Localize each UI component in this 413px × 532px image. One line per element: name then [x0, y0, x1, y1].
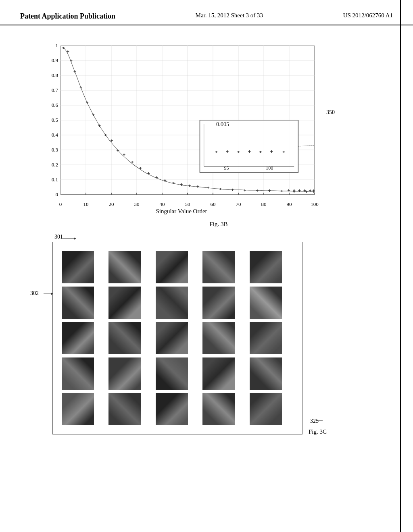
- chart-section-3b: 1 0.9 0.8 0.7 0.6 0.5 0.4 0.3 0.2 0.1 0: [20, 42, 393, 228]
- y-label-0: 0: [56, 191, 58, 198]
- svg-rect-104: [200, 120, 298, 172]
- arrow-302: [44, 291, 56, 297]
- grid-cell-r2c5: [250, 287, 282, 319]
- x-label-100: 100: [311, 201, 319, 208]
- svg-text:0.005: 0.005: [216, 121, 229, 127]
- x-label-60: 60: [211, 201, 216, 208]
- x-axis-title: Singular Value Order: [156, 208, 207, 215]
- arrow-325: [317, 418, 327, 423]
- x-label-0: 0: [59, 201, 62, 208]
- grid-cell-r3c1: [62, 322, 94, 354]
- y-label-03: 0.3: [52, 147, 58, 153]
- grid-cell-r4c4: [202, 357, 235, 390]
- y-label-08: 0.8: [52, 72, 58, 79]
- grid-cell-r5c3: [156, 393, 188, 425]
- grid-cell-r1c4: [202, 251, 235, 283]
- x-label-10: 10: [83, 201, 89, 208]
- page-header: Patent Application Publication Mar. 15, …: [0, 0, 413, 25]
- grid-cell-r3c4: [202, 322, 235, 354]
- grid-cell-r4c5: [250, 357, 282, 390]
- x-label-70: 70: [236, 201, 241, 208]
- y-label-01: 0.1: [52, 177, 58, 183]
- grid-cell-r3c2: [108, 322, 141, 354]
- svg-text:100: 100: [266, 165, 273, 171]
- fig-3c-caption: Fig. 3C: [309, 428, 327, 435]
- annotation-301: 301: [54, 234, 63, 240]
- y-label-04: 0.4: [52, 132, 58, 138]
- svg-text:95: 95: [224, 165, 229, 171]
- y-label-06: 0.6: [52, 102, 58, 108]
- grid-cell-r1c5: [250, 251, 282, 283]
- grid-cell-r5c2: [108, 393, 141, 425]
- qr-grid: [57, 246, 298, 430]
- grid-cell-r5c5: [250, 393, 282, 425]
- x-label-20: 20: [109, 201, 114, 208]
- svg-marker-128: [51, 293, 53, 295]
- x-label-30: 30: [134, 201, 140, 208]
- fig-3b-caption: Fig. 3B: [44, 221, 393, 228]
- grid-cell-r3c5: [250, 322, 282, 354]
- y-label-09: 0.9: [52, 57, 58, 64]
- chart-svg: 0.005 95 100: [60, 46, 315, 195]
- grid-wrapper: 301 302: [52, 242, 302, 434]
- y-axis-labels: 1 0.9 0.8 0.7 0.6 0.5 0.4 0.3 0.2 0.1 0: [44, 46, 60, 195]
- grid-cell-r1c2: [108, 251, 141, 283]
- grid-cell-r1c1: [62, 251, 94, 283]
- grid-cell-r4c3: [156, 357, 188, 390]
- y-label-02: 0.2: [52, 162, 58, 168]
- arrow-301: [63, 235, 79, 243]
- main-content: 1 0.9 0.8 0.7 0.6 0.5 0.4 0.3 0.2 0.1 0: [0, 25, 413, 443]
- grid-cell-r5c4: [202, 393, 235, 425]
- svg-line-124: [298, 145, 315, 146]
- grid-cell-r4c1: [62, 357, 94, 390]
- grid-cell-r2c4: [202, 287, 235, 319]
- annotation-302: 302: [30, 290, 39, 297]
- grid-cell-r2c2: [108, 287, 141, 319]
- svg-marker-126: [74, 237, 76, 240]
- grid-cell-r5c1: [62, 393, 94, 425]
- grid-container: [52, 242, 302, 434]
- grid-cell-r1c3: [156, 251, 188, 283]
- x-label-40: 40: [160, 201, 165, 208]
- patent-number: US 2012/062760 A1: [343, 12, 393, 19]
- publication-label: Patent Application Publication: [20, 12, 115, 21]
- grid-cell-r2c3: [156, 287, 188, 319]
- chart-container: 1 0.9 0.8 0.7 0.6 0.5 0.4 0.3 0.2 0.1 0: [44, 42, 319, 215]
- sheet-info: Mar. 15, 2012 Sheet 3 of 33: [196, 12, 263, 19]
- y-label-1: 1: [56, 42, 58, 49]
- label-350: 350: [326, 109, 335, 116]
- grid-cell-r4c2: [108, 357, 141, 390]
- grid-cell-r2c1: [62, 287, 94, 319]
- grid-cell-r3c3: [156, 322, 188, 354]
- x-label-90: 90: [287, 201, 292, 208]
- y-label-05: 0.5: [52, 117, 58, 123]
- y-label-07: 0.7: [52, 87, 58, 94]
- x-label-80: 80: [261, 201, 267, 208]
- grid-section-3c: 301 302: [20, 242, 393, 434]
- x-label-50: 50: [185, 201, 190, 208]
